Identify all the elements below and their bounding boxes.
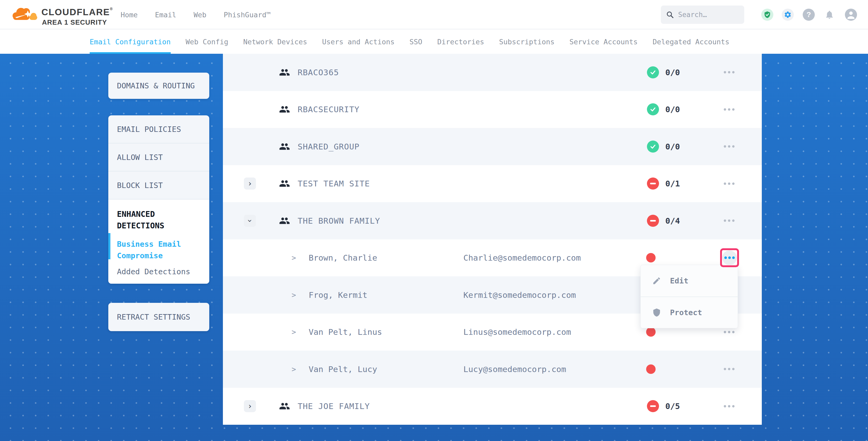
account-button[interactable] — [845, 9, 857, 21]
tab-web-config[interactable]: Web Config — [186, 30, 228, 54]
expand-button[interactable]: › — [244, 400, 256, 412]
sidebar-item-block-list[interactable]: BLOCK LIST — [108, 171, 209, 199]
sidebar-card-retract-settings[interactable]: RETRACT SETTINGS — [108, 303, 209, 331]
row-actions-menu: Edit Protect — [640, 265, 738, 328]
status-unprotected-dot — [646, 327, 656, 337]
settings-button[interactable] — [782, 9, 794, 21]
tab-delegated-accounts[interactable]: Delegated Accounts — [653, 30, 730, 54]
group-name: RBACSECURITY — [298, 105, 360, 114]
table-row[interactable]: › THE JOE FAMILY 0/5 — [223, 388, 762, 425]
brand-name: CLOUDFLARE® — [41, 7, 113, 17]
search-input[interactable] — [678, 11, 739, 19]
table-row[interactable]: > Van Pelt, Lucy Lucy@somedemocorp.com — [223, 351, 762, 388]
group-name: RBACO365 — [298, 68, 339, 77]
sidebar-item-allow-list[interactable]: ALLOW LIST — [108, 144, 209, 171]
table-row[interactable]: RBACSECURITY 0/0 — [223, 91, 762, 128]
protection-count: 0/1 — [665, 179, 680, 188]
group-icon — [279, 215, 290, 226]
group-name: TEST TEAM SITE — [298, 179, 370, 188]
protection-count: 0/0 — [665, 142, 680, 151]
gear-icon — [784, 11, 792, 19]
table-row[interactable]: › THE BROWN FAMILY 0/4 — [223, 202, 762, 240]
sidebar-item-email-policies[interactable]: EMAIL POLICIES — [108, 115, 209, 144]
sidebar-card-email-policies: EMAIL POLICIES ALLOW LIST BLOCK LIST ENH… — [108, 115, 209, 284]
status-ok-badge — [647, 66, 659, 78]
chevron-right-icon: › — [248, 180, 252, 187]
sidebar-section-enhanced-detections: ENHANCED DETECTIONS Business Email Compr… — [108, 199, 209, 284]
help-button[interactable]: ? — [803, 9, 815, 21]
protection-status-button[interactable] — [761, 9, 773, 21]
tab-sso[interactable]: SSO — [410, 30, 423, 54]
search-box[interactable] — [661, 5, 744, 24]
member-chevron-icon[interactable]: > — [291, 254, 296, 262]
table-row[interactable]: RBACO365 0/0 — [223, 54, 762, 91]
status-ok-badge — [647, 103, 659, 115]
member-chevron-icon[interactable]: > — [291, 290, 296, 299]
tab-network-devices[interactable]: Network Devices — [243, 30, 307, 54]
sidebar-item-added-detections[interactable]: Added Detections — [117, 267, 204, 276]
bell-icon — [825, 10, 834, 20]
active-item-indicator — [108, 233, 111, 259]
row-actions-button[interactable] — [721, 177, 737, 190]
group-name: THE JOE FAMILY — [298, 401, 370, 411]
protection-count: 0/5 — [665, 401, 680, 411]
nav-item-home[interactable]: Home — [121, 11, 138, 19]
row-actions-button[interactable] — [721, 103, 737, 116]
member-chevron-icon[interactable]: > — [291, 328, 296, 336]
row-actions-button[interactable] — [721, 66, 737, 78]
row-actions-button-active[interactable] — [722, 250, 737, 265]
group-icon — [279, 141, 290, 152]
member-name: Van Pelt, Linus — [309, 327, 382, 337]
nav-item-email[interactable]: Email — [155, 11, 176, 19]
chevron-down-icon: › — [246, 218, 254, 223]
table-row[interactable]: › TEST TEAM SITE 0/1 — [223, 165, 762, 202]
member-name: Frog, Kermit — [309, 290, 367, 300]
highlight-box — [720, 248, 739, 267]
table-row[interactable]: SHARED_GROUP 0/0 — [223, 128, 762, 165]
member-email: Lucy@somedemocorp.com — [463, 365, 566, 374]
row-actions-button[interactable] — [721, 400, 737, 412]
collapse-button[interactable]: › — [244, 215, 256, 227]
sidebar-item-domains-routing[interactable]: DOMAINS & ROUTING — [108, 73, 209, 99]
row-actions-button[interactable] — [721, 215, 737, 227]
sidebar-item-business-email-compromise[interactable]: Business Email Compromise — [117, 238, 204, 261]
tab-service-accounts[interactable]: Service Accounts — [569, 30, 638, 54]
status-unprotected-badge — [647, 215, 659, 227]
registered-mark: ® — [110, 7, 113, 11]
group-icon — [279, 401, 290, 412]
sidebar-card-domains-routing[interactable]: DOMAINS & ROUTING — [108, 73, 209, 99]
group-icon — [279, 104, 290, 115]
member-name: Brown, Charlie — [309, 253, 377, 262]
tab-users-and-actions[interactable]: Users and Actions — [322, 30, 394, 54]
directory-table-panel: RBACO365 0/0 RBACSECURITY 0/0 SHARED_GRO… — [223, 54, 762, 425]
group-icon — [279, 67, 290, 78]
tab-email-configuration[interactable]: Email Configuration — [90, 30, 171, 54]
row-actions-button[interactable] — [721, 363, 737, 375]
group-name: SHARED_GROUP — [298, 142, 360, 151]
member-chevron-icon[interactable]: > — [291, 365, 296, 373]
member-email: Linus@somedemocorp.com — [463, 327, 571, 337]
protection-count: 0/0 — [665, 105, 680, 114]
menu-item-label: Protect — [670, 308, 702, 317]
nav-item-web[interactable]: Web — [193, 11, 206, 19]
product-name: AREA 1 SECURITY — [42, 18, 107, 27]
status-unprotected-badge — [647, 178, 659, 190]
app-header: CLOUDFLARE® AREA 1 SECURITY Home Email W… — [0, 0, 868, 29]
row-actions-button[interactable] — [721, 140, 737, 153]
sidebar-item-retract-settings[interactable]: RETRACT SETTINGS — [108, 303, 209, 331]
search-icon — [666, 11, 674, 19]
expand-button[interactable]: › — [244, 178, 256, 190]
notifications-button[interactable] — [824, 9, 835, 21]
shield-icon — [652, 308, 661, 317]
menu-item-edit[interactable]: Edit — [641, 265, 738, 296]
member-name: Van Pelt, Lucy — [309, 365, 377, 374]
tab-subscriptions[interactable]: Subscriptions — [499, 30, 554, 54]
member-email: Kermit@somedemocorp.com — [463, 290, 576, 300]
enhanced-detections-title: ENHANCED DETECTIONS — [117, 209, 204, 231]
tab-directories[interactable]: Directories — [437, 30, 484, 54]
question-mark-icon: ? — [806, 10, 811, 19]
menu-item-protect[interactable]: Protect — [641, 296, 738, 328]
cloudflare-area1-logo[interactable]: CLOUDFLARE® AREA 1 SECURITY — [10, 2, 121, 27]
group-name: THE BROWN FAMILY — [298, 216, 380, 225]
nav-item-phishguard[interactable]: PhishGuard™ — [224, 11, 271, 19]
